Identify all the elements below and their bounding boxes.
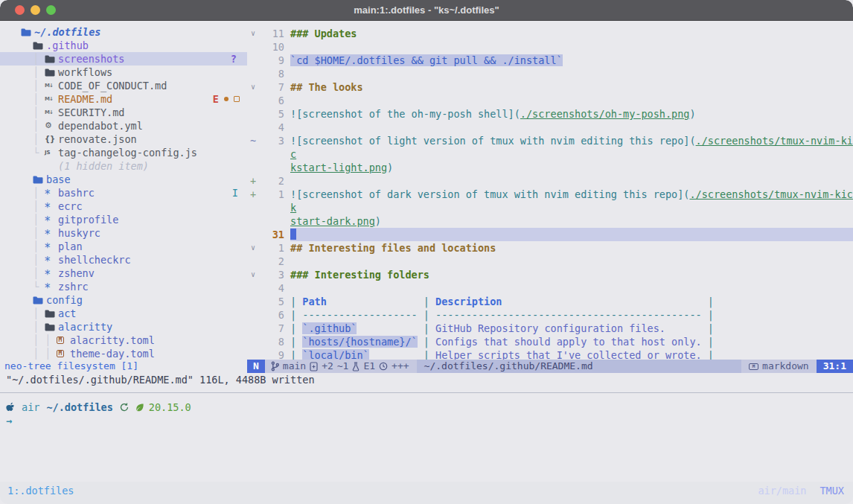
syntax-code: `local/bin` [302,349,368,360]
tree-item-act[interactable]: │act [0,307,247,320]
git-sign: + [247,174,259,188]
git-fetch-icon [120,403,129,412]
tree-item-screenshots[interactable]: │screenshots? [0,52,247,66]
syntax-plain [502,296,702,307]
editor-line[interactable]: 7| `.github` | GitHub Repository configu… [247,322,853,335]
beaker-icon [352,362,360,371]
tree-item-label: alacritty.toml [70,334,155,347]
node-leaf-icon [135,403,144,412]
syntax-plain [665,322,702,334]
line-number: 9 [259,54,284,67]
line-number: 4 [259,281,284,295]
syntax-pipe: | [290,336,302,348]
tree-item-theme-day-toml[interactable]: ││Mtheme-day.toml [0,347,247,360]
line-text [290,228,853,241]
line-number: 10 [259,40,284,54]
tree-guide: │ [33,186,45,200]
tree-guide: │ [33,200,45,213]
tree-guide: │ [33,240,45,253]
tree-item-workflows[interactable]: │workflows [0,66,247,79]
editor-line[interactable]: 6 [247,94,853,107]
tree-item-renovate-json[interactable]: │{}renovate.json [0,133,247,146]
editor-line[interactable]: ∨3### Interesting folders [247,268,853,281]
git-branch-icon [271,361,279,371]
line-text [290,281,853,295]
shell-prompt[interactable]: air ~/.dotfiles 20.15.0 [0,401,853,414]
editor-line[interactable]: 5![screenshot of the oh-my-posh shell](.… [247,107,853,121]
branch-name: main [283,360,306,373]
tree-item-alacritty[interactable]: │alacritty [0,320,247,334]
editor-line[interactable]: 9| `local/bin` | Helper scripts that I'v… [247,348,853,360]
tree-item-tag-changelog-config-js[interactable]: └JStag-changelog-config.js [0,146,247,159]
tree-item-label: zshrc [58,280,89,293]
tree-item-huskyrc[interactable]: │*huskyrc [0,226,247,240]
tree-item-alacritty-toml[interactable]: ││Malacritty.toml [0,334,247,347]
tree-item-zshenv[interactable]: │*zshenv [0,267,247,280]
statusline-filepath: ~/.dotfiles/.github/README.md [417,360,741,373]
syntax-pipe: | [702,322,714,334]
gutter-blank [247,281,259,295]
tree-item-label: tag-changelog-config.js [58,146,197,159]
tree-item-base[interactable]: base [0,173,247,186]
editor-line[interactable]: +2 [247,174,853,188]
prompt-host: air [22,401,39,414]
tmux-window-tab[interactable]: 1:.dotfiles [7,484,74,497]
folder-icon [33,296,45,304]
editor-line[interactable]: 8| `hosts/{hostname}/` | Configs that sh… [247,335,853,348]
editor-line[interactable]: +1![screenshot of dark version of tmux w… [247,188,853,228]
tree-item-plan[interactable]: │*plan [0,240,247,253]
line-number: 5 [259,295,284,308]
shellfile-star-icon: * [45,241,57,255]
cursor-mark: I [232,186,247,200]
tree-guide: │ [33,226,45,240]
tree-item-config[interactable]: config [0,293,247,307]
editor-line[interactable]: ~3![screenshot of light version of tmux … [247,134,853,174]
editor-line[interactable]: 8 [247,67,853,80]
tree-item-1-hidden-item[interactable]: (1 hidden item) [0,159,247,173]
tree-item-shellcheckrc[interactable]: │*shellcheckrc [0,253,247,267]
node-version: 20.15.0 [135,401,191,414]
shellfile-star-icon: * [45,228,57,241]
syntax-plain [369,349,418,360]
gutter-blank [247,295,259,308]
tree-item-label: act [58,307,76,320]
syntax-md: ![screenshot of the oh-my-posh shell]( [290,108,520,120]
editor-line[interactable]: 6| ------------------- | ---------------… [247,308,853,322]
editor-line[interactable]: 9`cd $HOME/.dotfiles && git pull && ./in… [247,54,853,67]
line-text: ![screenshot of the oh-my-posh shell](./… [290,107,853,121]
tree-item-github[interactable]: .github [0,39,247,52]
editor-pane[interactable]: ∨11### Updates109`cd $HOME/.dotfiles && … [247,21,853,360]
tree-item-label: ~/.dotfiles [34,25,100,39]
folder-icon [45,310,57,318]
fold-marker-icon: ∨ [247,27,259,40]
prompt-input-line[interactable]: → [0,414,853,427]
tree-item-ecrc[interactable]: │*ecrc [0,200,247,213]
tree-item-dotfiles[interactable]: ~/.dotfiles [0,25,247,39]
markdown-file-icon: M↓ [45,79,57,92]
editor-line[interactable]: 4 [247,121,853,134]
tree-item-label: config [46,293,83,307]
tree-item-code-of-conduct-md[interactable]: │M↓CODE_OF_CONDUCT.md [0,79,247,92]
tree-item-label: dependabot.yml [58,119,143,133]
tree-item-label: ecrc [58,200,83,213]
editor-current-line[interactable]: 31 [247,228,853,241]
tree-item-dependabot-yml[interactable]: │⚙dependabot.yml [0,119,247,133]
question-badge: ? [231,52,247,66]
editor-line[interactable]: ∨11### Updates [247,27,853,40]
syntax-pipe: | [702,296,714,307]
editor-line[interactable]: 5| Path | Description | [247,295,853,308]
editor-line[interactable]: ∨1## Interesting files and locations [247,241,853,255]
neotree-file-tree[interactable]: ~/.dotfiles.github│screenshots?│workflow… [0,21,247,360]
editor-line[interactable]: ∨7## The looks [247,80,853,94]
editor-line[interactable]: 4 [247,281,853,295]
tree-item-readme-md[interactable]: │M↓README.mdE [0,92,247,106]
git-sign: ~ [247,134,259,174]
editor-line[interactable]: 10 [247,40,853,54]
tree-item-zshrc[interactable]: └*zshrc [0,280,247,293]
diff-added: +2 [322,360,333,373]
tree-item-gitprofile[interactable]: │*gitprofile [0,213,247,226]
editor-line[interactable]: 2 [247,255,853,268]
tree-item-bashrc[interactable]: │*bashrcI [0,186,247,200]
line-number: 9 [259,348,284,360]
tree-item-security-md[interactable]: │M↓SECURITY.md [0,106,247,119]
